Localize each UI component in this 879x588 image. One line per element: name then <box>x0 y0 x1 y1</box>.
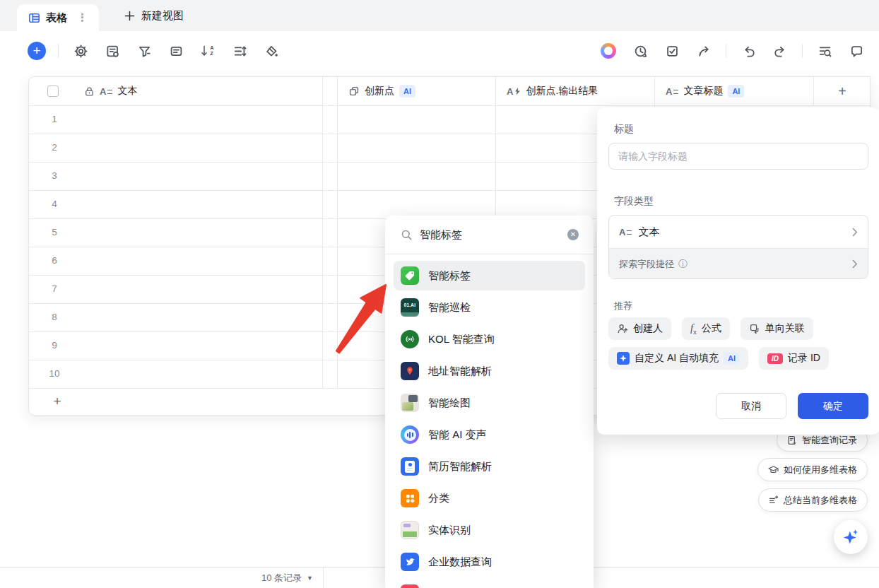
ai-sparkle-icon <box>617 352 630 365</box>
ai-badge: AI <box>724 352 740 365</box>
search-records-icon[interactable] <box>815 41 834 61</box>
smart-inspect-icon: 01.AI <box>401 298 419 317</box>
chevron-right-icon <box>852 259 858 269</box>
history-icon[interactable] <box>630 41 650 61</box>
new-view-button[interactable]: 新建视图 <box>124 0 184 31</box>
column-header-output[interactable]: A 创新点.输出结果 <box>507 77 598 105</box>
row-number[interactable]: 6 <box>45 247 64 275</box>
task-checkbox-icon[interactable] <box>662 41 682 61</box>
add-column-button[interactable]: + <box>813 77 871 105</box>
tab-table-view[interactable]: 表格 ⋮ <box>17 4 99 31</box>
row-number[interactable]: 7 <box>45 275 64 303</box>
list-item-label: 智能标签 <box>428 269 471 283</box>
list-item-address-parse[interactable]: 地址智能解析 <box>394 356 585 386</box>
fill-color-icon[interactable] <box>261 41 281 61</box>
column-header-article-title[interactable]: A 文章标题 AI <box>666 77 744 105</box>
view-more-icon[interactable]: ⋮ <box>74 11 90 24</box>
toolbar-divider <box>726 44 726 58</box>
enterprise-data-icon <box>401 553 419 571</box>
row-number[interactable]: 10 <box>45 360 64 388</box>
chevron-right-icon <box>852 228 858 237</box>
field-title-input[interactable] <box>608 143 868 170</box>
list-item-label: 分类 <box>428 492 449 505</box>
view-settings-gear-icon[interactable] <box>71 41 90 61</box>
chip-record-id[interactable]: ID 记录 ID <box>759 347 829 370</box>
address-parse-icon <box>401 362 419 380</box>
recommend-chips-row2: 自定义 AI 自动填充 AI ID 记录 ID <box>608 347 829 370</box>
chip-custom-ai-fill[interactable]: 自定义 AI 自动填充 AI <box>608 347 748 370</box>
column-header-text[interactable]: A 文本 <box>84 77 137 105</box>
row-number[interactable]: 4 <box>45 190 64 218</box>
grid-line <box>29 105 870 106</box>
select-all-checkbox[interactable] <box>47 77 59 105</box>
add-record-button[interactable]: + <box>28 42 46 60</box>
column-label: 文章标题 <box>683 85 723 98</box>
recommend-label: 推荐 <box>614 300 632 312</box>
column-label: 文本 <box>117 85 137 98</box>
field-type-label: 字段类型 <box>614 195 654 208</box>
list-item-label: 实体识别 <box>428 524 471 537</box>
summary-lines-icon <box>769 495 779 505</box>
redo-icon[interactable] <box>770 41 790 61</box>
chip-formula[interactable]: fx 公式 <box>682 317 730 340</box>
chip-one-way-link[interactable]: 单向关联 <box>741 317 813 340</box>
field-type-search-panel: ✕ 智能标签 01.AI 智能巡检 KOL 智能查询 <box>385 216 594 588</box>
list-item-partial[interactable] <box>394 579 585 588</box>
undo-icon[interactable] <box>738 41 758 61</box>
list-item-label: 智能 AI 变声 <box>428 428 487 442</box>
formula-icon: fx <box>690 322 697 336</box>
list-item-smart-tag[interactable]: 智能标签 <box>394 261 585 290</box>
row-number[interactable]: 1 <box>45 105 64 134</box>
field-config-panel: 标题 字段类型 A 文本 探索字段捷径 ⓘ 推荐 <box>597 107 879 435</box>
ai-assistant-icon[interactable] <box>598 41 618 61</box>
share-icon[interactable] <box>694 41 714 61</box>
list-item-entity-recognition[interactable]: 实体识别 <box>394 515 585 545</box>
row-number[interactable]: 9 <box>45 331 64 360</box>
field-type-search-input[interactable] <box>420 229 560 241</box>
row-number[interactable]: 3 <box>45 162 64 190</box>
list-item-smart-draw[interactable]: 智能绘图 <box>394 388 585 418</box>
list-item-classify[interactable]: 分类 <box>394 483 585 513</box>
confirm-button[interactable]: 确定 <box>798 393 868 419</box>
column-label: 创新点.输出结果 <box>526 85 598 98</box>
ai-badge: AI <box>728 85 744 98</box>
card-view-icon[interactable] <box>166 41 186 61</box>
list-item-smart-inspect[interactable]: 01.AI 智能巡检 <box>394 293 585 322</box>
chip-label: 创建人 <box>633 322 663 335</box>
list-item-resume-parse[interactable]: 简历智能解析 <box>394 452 585 481</box>
list-item-label: 简历智能解析 <box>428 460 492 474</box>
how-to-use-base-button[interactable]: 如何使用多维表格 <box>757 458 868 481</box>
row-height-icon[interactable] <box>230 41 249 61</box>
field-config-icon[interactable] <box>102 41 122 61</box>
ai-sparkle-fab[interactable] <box>834 520 868 554</box>
chip-creator[interactable]: 创建人 <box>608 317 671 340</box>
chip-label: 单向关联 <box>765 322 805 335</box>
summarize-base-button[interactable]: 总结当前多维表格 <box>758 488 868 512</box>
explore-field-shortcut[interactable]: 探索字段捷径 ⓘ <box>609 248 868 279</box>
filter-icon[interactable] <box>134 41 154 61</box>
new-view-label: 新建视图 <box>141 9 184 23</box>
recommend-chips-row1: 创建人 fx 公式 单向关联 <box>608 317 813 340</box>
list-item-kol-query[interactable]: KOL 智能查询 <box>394 324 585 354</box>
clear-search-icon[interactable]: ✕ <box>567 229 579 240</box>
column-header-innovation[interactable]: 创新点 AI <box>348 77 415 105</box>
ai-output-field-icon: A <box>507 87 521 96</box>
record-count[interactable]: 10 条记录 ▼ <box>214 568 313 588</box>
row-number[interactable]: 8 <box>45 303 64 331</box>
classify-icon <box>401 489 419 507</box>
row-number[interactable]: 2 <box>45 134 64 162</box>
sort-icon[interactable]: AZ <box>198 41 218 61</box>
pill-label: 总结当前多维表格 <box>784 494 857 507</box>
field-type-current[interactable]: A 文本 <box>609 216 868 248</box>
list-item-enterprise-data[interactable]: 企业数据查询 <box>394 547 585 577</box>
comment-icon[interactable] <box>846 41 866 61</box>
row-number[interactable]: 5 <box>45 218 64 247</box>
resume-parse-icon <box>401 457 419 476</box>
list-item-ai-voice[interactable]: 智能 AI 变声 <box>394 420 585 449</box>
add-row-button[interactable]: + <box>43 388 71 415</box>
record-id-icon: ID <box>767 353 783 364</box>
app-root: 表格 ⋮ 新建视图 + <box>0 0 879 588</box>
record-count-label: 10 条记录 <box>261 572 302 584</box>
caret-down-icon: ▼ <box>307 575 313 582</box>
cancel-button[interactable]: 取消 <box>716 393 786 419</box>
